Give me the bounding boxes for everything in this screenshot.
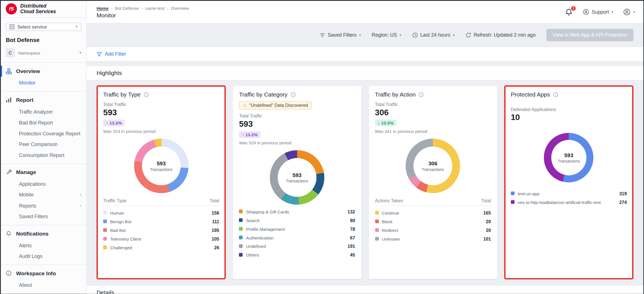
legend-item[interactable]: test-us-app319 xyxy=(511,189,627,198)
card-title-row: Protected Apps xyxy=(511,91,627,98)
nav-item-consumption-report[interactable]: Consumption Report xyxy=(1,150,86,161)
saved-filters-dropdown[interactable]: Saved Filters ▾ xyxy=(320,32,361,38)
refresh-icon xyxy=(466,32,471,38)
legend-item[interactable]: Search80 xyxy=(239,216,355,224)
legend-item[interactable]: Profile Management78 xyxy=(239,224,355,233)
spacer xyxy=(87,62,643,66)
nav-section-workspace-info[interactable]: Workspace Info xyxy=(1,267,86,280)
nav-item-audit-logs[interactable]: Audit Logs xyxy=(1,251,86,262)
legend-item[interactable]: Continue165 xyxy=(375,208,491,217)
breadcrumb-separator: › xyxy=(167,6,168,11)
legend-swatch xyxy=(239,253,243,257)
donut-chart[interactable]: 593 Transactions xyxy=(544,133,594,182)
chevron-down-icon: ▾ xyxy=(633,10,635,14)
sidebar-nav: OverviewMonitorReportTraffic AnalyzerBad… xyxy=(1,63,86,293)
nav-section-overview[interactable]: Overview xyxy=(1,65,86,78)
nav-item-mobile[interactable]: Mobile› xyxy=(1,190,86,201)
account-icon xyxy=(623,8,631,16)
info-icon[interactable] xyxy=(290,92,296,97)
legend-value: 156 xyxy=(212,210,219,215)
support-menu[interactable]: Support ▾ xyxy=(583,9,614,15)
breadcrumb-bot-defense[interactable]: Bot Defense xyxy=(115,6,139,11)
legend-item[interactable]: Redirect20 xyxy=(375,226,491,234)
legend: test-us-app319ves-io-http-loadbalancer-a… xyxy=(511,189,627,206)
filter-lines-icon xyxy=(320,33,325,37)
legend-item[interactable]: Human156 xyxy=(103,208,219,217)
chevron-down-icon: ▾ xyxy=(612,10,614,14)
add-filter-link[interactable]: Add Filter xyxy=(105,51,126,57)
metric-value: 306 xyxy=(375,108,491,117)
legend-item[interactable]: Challenged26 xyxy=(103,243,219,252)
nav-item-label: Alerts xyxy=(19,242,32,249)
refresh-button[interactable]: Refresh: Updated 2 min ago xyxy=(466,32,536,38)
nav-item-bad-bot-report[interactable]: Bad Bot Report xyxy=(1,117,86,128)
legend-item[interactable]: Bad Bot195 xyxy=(103,226,219,234)
logo-text: Distributed Cloud Services xyxy=(20,3,56,15)
nav-item-applications[interactable]: Applications xyxy=(1,179,86,190)
legend-header-value: Total xyxy=(210,198,219,203)
donut-chart[interactable]: 306 Transactions xyxy=(406,139,460,193)
nav-item-about[interactable]: About xyxy=(1,280,86,291)
namespace-selector[interactable]: C Namespace ▾ xyxy=(1,48,86,63)
donut-chart[interactable]: 593 Transactions xyxy=(134,139,189,193)
info-icon[interactable] xyxy=(553,92,558,97)
delta-arrow-icon: ↑ xyxy=(106,121,108,126)
legend-label: Bad Bot xyxy=(110,227,208,232)
nav-item-label: Mobile xyxy=(19,192,34,198)
topbar-left: Home›Bot Defense›carrie-test›Overview Mo… xyxy=(97,6,189,18)
breadcrumb-separator: › xyxy=(111,6,112,11)
view-in-waap-button[interactable]: View in Web App & API Protection xyxy=(546,29,633,41)
time-range-dropdown[interactable]: Last 24 hours ▾ xyxy=(412,32,455,38)
legend-item[interactable]: Unknown101 xyxy=(375,234,491,243)
legend-swatch xyxy=(375,228,379,232)
logo[interactable]: f5 Distributed Cloud Services xyxy=(1,1,86,18)
legend-item[interactable]: Block20 xyxy=(375,217,491,226)
legend-item[interactable]: Authentication67 xyxy=(239,233,355,242)
nav-item-label: Traffic Analyzer xyxy=(19,109,53,115)
legend-item[interactable]: Undefined191 xyxy=(239,242,355,250)
breadcrumb-home[interactable]: Home xyxy=(97,6,109,11)
breadcrumb-overview[interactable]: Overview xyxy=(171,6,189,11)
card-traffic-by-category: Traffic by Category ⚠ "Undefined" Data D… xyxy=(232,85,362,279)
metric-value: 593 xyxy=(103,108,219,117)
legend-item[interactable]: ves-io-http-loadbalancer-artificial-traf… xyxy=(511,198,627,206)
legend-swatch xyxy=(375,220,379,223)
sidebar: f5 Distributed Cloud Services Select ser… xyxy=(1,1,87,294)
legend-item[interactable]: Others45 xyxy=(239,250,355,259)
namespace-initial: C xyxy=(6,48,15,57)
funnel-icon xyxy=(97,51,102,57)
donut-chart[interactable]: 593 Transactions xyxy=(270,150,324,205)
nav-section-label: Manage xyxy=(16,169,36,175)
legend-item[interactable]: Telemetry Client105 xyxy=(103,234,219,243)
nav-item-monitor[interactable]: Monitor xyxy=(1,78,86,89)
nav-section-notifications[interactable]: Notifications xyxy=(1,227,86,240)
legend-header: Traffic Type Total xyxy=(103,198,219,206)
nav-section-label: Workspace Info xyxy=(16,271,56,277)
legend-swatch xyxy=(375,237,379,241)
legend-item[interactable]: Benign Bot111 xyxy=(103,217,219,226)
metric-value: 593 xyxy=(239,119,355,129)
donut-hole: 593 Transactions xyxy=(278,158,316,197)
nav-item-protection-coverage-report[interactable]: Protection Coverage Report xyxy=(1,128,86,139)
grid-icon xyxy=(10,24,15,29)
info-icon[interactable] xyxy=(419,92,424,97)
account-menu[interactable]: ▾ xyxy=(623,8,635,16)
nav-section-label: Report xyxy=(16,97,34,103)
card-title-row: Traffic by Type xyxy=(103,91,219,98)
region-dropdown[interactable]: Region: US ▾ xyxy=(372,32,401,38)
select-service-dropdown[interactable]: Select service ▾ xyxy=(6,23,81,31)
legend-swatch xyxy=(511,200,514,204)
region-label: Region: US xyxy=(372,32,397,38)
breadcrumb-separator: › xyxy=(141,6,143,11)
notifications-bell-button[interactable]: 1 xyxy=(565,8,573,16)
nav-item-saved-filters[interactable]: Saved Filters xyxy=(1,211,86,222)
nav-item-alerts[interactable]: Alerts xyxy=(1,240,86,251)
breadcrumb-carrie-test[interactable]: carrie-test xyxy=(145,6,164,11)
legend-item[interactable]: Shopping & Gift Cards132 xyxy=(239,207,355,216)
nav-item-traffic-analyzer[interactable]: Traffic Analyzer xyxy=(1,107,86,117)
nav-section-report[interactable]: Report xyxy=(1,94,86,107)
nav-section-manage[interactable]: Manage xyxy=(1,166,86,179)
nav-item-peer-comparison[interactable]: Peer Comparison xyxy=(1,139,86,150)
nav-item-reports[interactable]: Reports› xyxy=(1,200,86,211)
info-icon[interactable] xyxy=(144,92,149,97)
